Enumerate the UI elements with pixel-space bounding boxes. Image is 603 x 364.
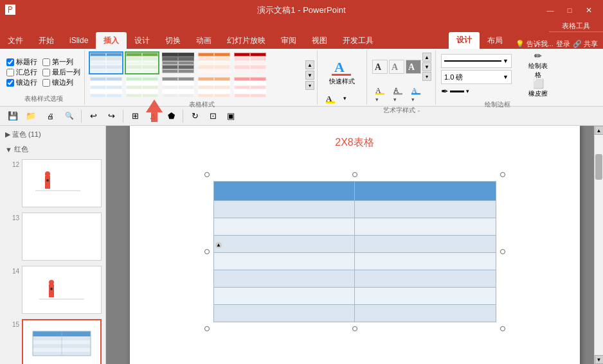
handle-tl[interactable]: [204, 172, 210, 177]
pen-color-dropdown-arrow[interactable]: ▾: [466, 88, 469, 94]
line-width-dropdown[interactable]: 1.0 磅 ▼: [441, 70, 512, 84]
table-style-orange-light[interactable]: [197, 76, 231, 99]
pen-color-area[interactable]: ✒ ▾: [441, 86, 518, 96]
table-style-green-stripe[interactable]: [125, 51, 159, 74]
slide-thumb-13[interactable]: 13: [3, 211, 103, 262]
quick-styles-btn[interactable]: A 快速样式: [323, 54, 361, 89]
table-cell[interactable]: [355, 287, 496, 304]
art-text-expand[interactable]: ▾: [422, 72, 431, 81]
table-row[interactable]: [213, 270, 496, 287]
eraser-btn[interactable]: ⬜ 橡皮擦: [522, 77, 554, 99]
text-outline-btn[interactable]: A ▾: [390, 83, 407, 105]
handle-ml[interactable]: [204, 249, 210, 254]
handle-bm[interactable]: [352, 326, 357, 331]
line-style-dropdown[interactable]: ▼: [441, 54, 512, 68]
styles-scroll-up[interactable]: ▲: [305, 60, 314, 69]
option-first-col[interactable]: 第一列: [42, 57, 80, 67]
scroll-up[interactable]: ▲: [595, 126, 604, 135]
table-cell[interactable]: [213, 270, 355, 287]
table-style-blue-light[interactable]: [89, 76, 123, 99]
restore-btn[interactable]: □: [561, 3, 579, 17]
tab-animation[interactable]: 动画: [188, 32, 219, 49]
handle-tm[interactable]: [352, 172, 357, 177]
handle-bl[interactable]: [204, 326, 210, 331]
table-style-blue-stripe[interactable]: [89, 51, 123, 74]
qt-btn-8[interactable]: △: [145, 108, 161, 124]
table-cell[interactable]: [213, 287, 355, 304]
styles-expand[interactable]: ▾: [305, 81, 314, 90]
tab-developer[interactable]: 开发工具: [335, 32, 381, 49]
slide-table[interactable]: [213, 181, 496, 322]
table-cell[interactable]: [355, 270, 496, 287]
option-banded-cols[interactable]: 镶边列: [42, 78, 80, 87]
table-style-green-light[interactable]: [125, 76, 159, 99]
table-row[interactable]: [213, 287, 496, 304]
table-row[interactable]: [213, 218, 496, 235]
scroll-thumb[interactable]: [595, 154, 602, 180]
minimize-btn[interactable]: —: [541, 3, 559, 17]
table-cell[interactable]: [355, 304, 496, 322]
qt-btn-3[interactable]: 🖨: [41, 108, 59, 124]
tab-home[interactable]: 开始: [31, 32, 62, 49]
table-cell[interactable]: [355, 200, 496, 218]
tab-review[interactable]: 审阅: [273, 32, 304, 49]
save-btn[interactable]: 💾: [5, 108, 21, 124]
art-text-style-3[interactable]: A: [406, 60, 421, 74]
share-btn[interactable]: 🔗 共享: [573, 39, 598, 49]
table-cell[interactable]: [213, 252, 355, 270]
tab-slideshow[interactable]: 幻灯片放映: [219, 32, 273, 49]
table-cell[interactable]: [213, 304, 355, 322]
table-row[interactable]: [213, 235, 496, 252]
table-row[interactable]: [213, 252, 496, 270]
tab-design[interactable]: 设计: [127, 32, 158, 49]
table-style-red[interactable]: [233, 51, 267, 74]
draw-table-btn[interactable]: ✏ 绘制表格: [522, 54, 554, 76]
option-summary-row[interactable]: 汇总行: [6, 67, 37, 77]
qt-preview-btn[interactable]: 🔍: [62, 108, 77, 124]
tab-view[interactable]: 视图: [304, 32, 335, 49]
close-btn[interactable]: ✕: [580, 3, 598, 17]
table-cell[interactable]: [355, 218, 496, 235]
table-row[interactable]: [213, 200, 496, 218]
slide-thumb-14[interactable]: 14: [3, 264, 103, 315]
qt-btn-11[interactable]: ⊡: [205, 108, 221, 124]
table-cell[interactable]: [355, 252, 496, 270]
table-row[interactable]: [213, 181, 496, 200]
scroll-down[interactable]: ▼: [595, 355, 604, 364]
redo-btn[interactable]: ↪: [104, 108, 119, 124]
styles-scroll-down[interactable]: ▼: [305, 71, 314, 80]
tab-table-design[interactable]: 设计: [449, 32, 480, 49]
slide-thumb-15[interactable]: 15: [3, 318, 103, 364]
table-style-red-light[interactable]: [233, 76, 267, 99]
open-btn[interactable]: 📁: [23, 108, 39, 124]
tab-transition[interactable]: 切换: [158, 32, 188, 49]
art-text-style-2[interactable]: A: [389, 60, 404, 74]
qt-btn-12[interactable]: ▣: [223, 108, 239, 124]
qt-btn-9[interactable]: ⬟: [163, 108, 179, 124]
group-blue[interactable]: ▶ 蓝色 (11): [3, 128, 103, 141]
fill-color-dropdown[interactable]: ▾: [341, 94, 348, 103]
table-cell[interactable]: [213, 181, 355, 200]
slide-thumb-12[interactable]: 12: [3, 158, 103, 209]
option-banded-rows[interactable]: 镶边行: [6, 78, 37, 87]
option-last-col[interactable]: 最后一列: [42, 67, 80, 77]
right-scrollbar[interactable]: ▲ ▼: [594, 126, 603, 364]
art-text-style-1[interactable]: A: [372, 60, 388, 74]
table-wrapper[interactable]: [207, 175, 503, 329]
art-text-expand-icon[interactable]: ⌄: [417, 107, 421, 113]
table-cell[interactable]: [213, 218, 355, 235]
art-text-scroll-up[interactable]: ▲: [422, 53, 431, 62]
table-style-orange[interactable]: [197, 51, 231, 74]
slide-area[interactable]: ▲ 2X8表格: [106, 126, 603, 364]
scroll-track[interactable]: [595, 135, 603, 355]
signin-btn[interactable]: 登录: [556, 39, 570, 49]
option-title-row[interactable]: 标题行: [6, 57, 37, 67]
fill-color-btn[interactable]: A: [323, 91, 339, 105]
group-red[interactable]: ▼ 红色: [3, 143, 103, 155]
tab-insert[interactable]: 插入: [96, 32, 127, 49]
table-style-dark[interactable]: [161, 51, 195, 74]
text-effect-btn[interactable]: A ▾: [408, 83, 425, 105]
tab-islide[interactable]: iSlide: [62, 32, 96, 49]
table-row[interactable]: [213, 304, 496, 322]
tell-me-btn[interactable]: 💡 告诉我...: [516, 39, 554, 49]
